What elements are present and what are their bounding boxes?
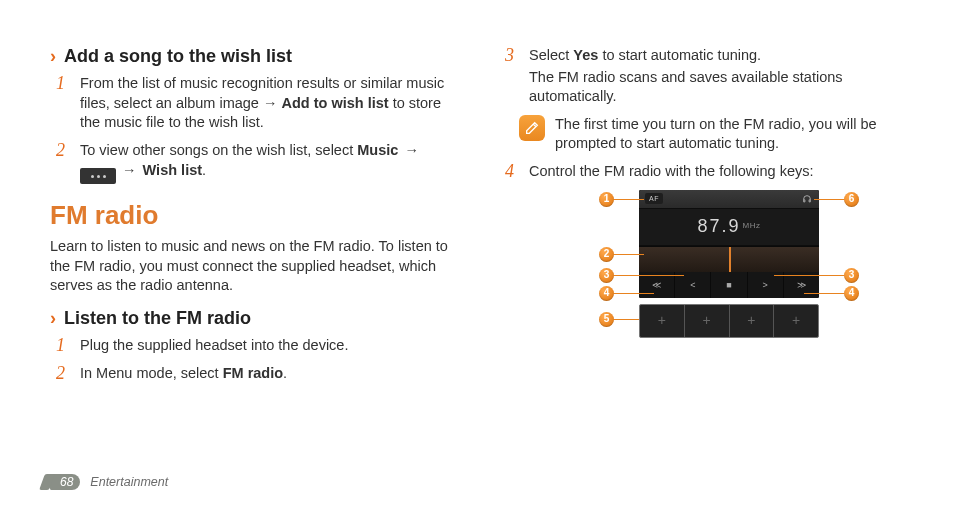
callout-lead xyxy=(814,199,844,200)
callout-3-right: 3 xyxy=(844,268,859,283)
text: Select xyxy=(529,47,569,63)
frequency-unit: MHz xyxy=(743,221,761,232)
af-indicator: AF xyxy=(645,193,663,204)
callout-6: 6 xyxy=(844,192,859,207)
callout-lead xyxy=(614,199,644,200)
preset-add-icon: + xyxy=(685,305,730,337)
callout-1: 1 xyxy=(599,192,614,207)
pencil-note-icon xyxy=(524,120,540,136)
right-column: 3 Select Yes to start automatic tuning. … xyxy=(499,40,904,440)
callout-lead xyxy=(774,275,844,276)
step-body: Select Yes to start automatic tuning. Th… xyxy=(529,46,904,107)
listen-step-2: 2 In Menu mode, select FM radio. xyxy=(56,364,455,384)
callout-lead xyxy=(614,293,654,294)
arrow-text: → xyxy=(122,162,137,178)
bold-text: Music xyxy=(357,142,398,158)
text: . xyxy=(202,162,206,178)
preset-add-icon: + xyxy=(774,305,818,337)
heading-text: Listen to the FM radio xyxy=(64,306,251,330)
text: to start automatic tuning. xyxy=(602,47,761,63)
step-number: 2 xyxy=(56,364,70,384)
heading-text: Add a song to the wish list xyxy=(64,44,292,68)
bold-text: Wish list xyxy=(143,162,203,178)
listen-step-3: 3 Select Yes to start automatic tuning. … xyxy=(505,46,904,107)
wish-step-1: 1 From the list of music recognition res… xyxy=(56,74,455,133)
fm-radio-intro: Learn to listen to music and news on the… xyxy=(50,237,455,296)
listen-step-4: 4 Control the FM radio with the followin… xyxy=(505,162,904,182)
heading-add-to-wish-list: › Add a song to the wish list xyxy=(50,44,455,68)
text: From the list of music recognition resul… xyxy=(80,75,444,111)
heading-listen-fm: › Listen to the FM radio xyxy=(50,306,455,330)
callout-lead xyxy=(804,293,844,294)
chevron-icon: › xyxy=(50,309,56,327)
text: . xyxy=(283,365,287,381)
listen-step-1: 1 Plug the supplied headset into the dev… xyxy=(56,336,455,356)
text: The FM radio scans and saves available s… xyxy=(529,68,904,107)
callout-lead xyxy=(614,319,639,320)
step-number: 4 xyxy=(505,162,519,182)
section-title-fm-radio: FM radio xyxy=(50,198,455,233)
radio-top-bar: AF xyxy=(639,190,819,208)
note-text: The first time you turn on the FM radio,… xyxy=(555,115,904,154)
page-footer: 68 Entertainment xyxy=(50,474,168,490)
stop-icon: ■ xyxy=(711,272,747,298)
headphones-icon xyxy=(801,194,813,204)
note-icon xyxy=(519,115,545,141)
left-column: › Add a song to the wish list 1 From the… xyxy=(50,40,455,440)
callout-lead xyxy=(614,254,644,255)
bold-text: FM radio xyxy=(223,365,283,381)
preset-add-icon: + xyxy=(730,305,775,337)
step-body: Plug the supplied headset into the devic… xyxy=(80,336,455,356)
bold-text: Add to wish list xyxy=(281,95,388,111)
footer-section: Entertainment xyxy=(90,475,168,489)
step-number: 1 xyxy=(56,336,70,356)
text: In Menu mode, select xyxy=(80,365,219,381)
step-body: Control the FM radio with the following … xyxy=(529,162,904,182)
step-body: From the list of music recognition resul… xyxy=(80,74,455,133)
step-body: In Menu mode, select FM radio. xyxy=(80,364,455,384)
callout-5: 5 xyxy=(599,312,614,327)
page-columns: › Add a song to the wish list 1 From the… xyxy=(50,40,904,440)
wish-step-2: 2 To view other songs on the wish list, … xyxy=(56,141,455,184)
preset-add-icon: + xyxy=(640,305,685,337)
arrow-text: → xyxy=(404,142,419,158)
callout-lead xyxy=(614,275,684,276)
callout-4: 4 xyxy=(599,286,614,301)
frequency-value: 87.9 xyxy=(698,214,741,238)
frequency-display: 87.9 MHz xyxy=(639,208,819,246)
step-body: To view other songs on the wish list, se… xyxy=(80,141,455,184)
preset-row: + + + + xyxy=(639,304,819,338)
bold-text: Yes xyxy=(573,47,598,63)
page-number: 68 xyxy=(50,474,80,490)
text: To view other songs on the wish list, se… xyxy=(80,142,353,158)
step-number: 3 xyxy=(505,46,519,107)
fm-radio-device: AF 87.9 MHz ≪ < ■ > ≫ xyxy=(639,190,819,298)
callout-4-right: 4 xyxy=(844,286,859,301)
note-first-time: The first time you turn on the FM radio,… xyxy=(519,115,904,154)
tuning-dial xyxy=(639,246,819,272)
callout-3: 3 xyxy=(599,268,614,283)
step-number: 2 xyxy=(56,141,70,184)
chevron-icon: › xyxy=(50,47,56,65)
callout-2: 2 xyxy=(599,247,614,262)
step-number: 1 xyxy=(56,74,70,133)
menu-dots-icon xyxy=(80,168,116,184)
